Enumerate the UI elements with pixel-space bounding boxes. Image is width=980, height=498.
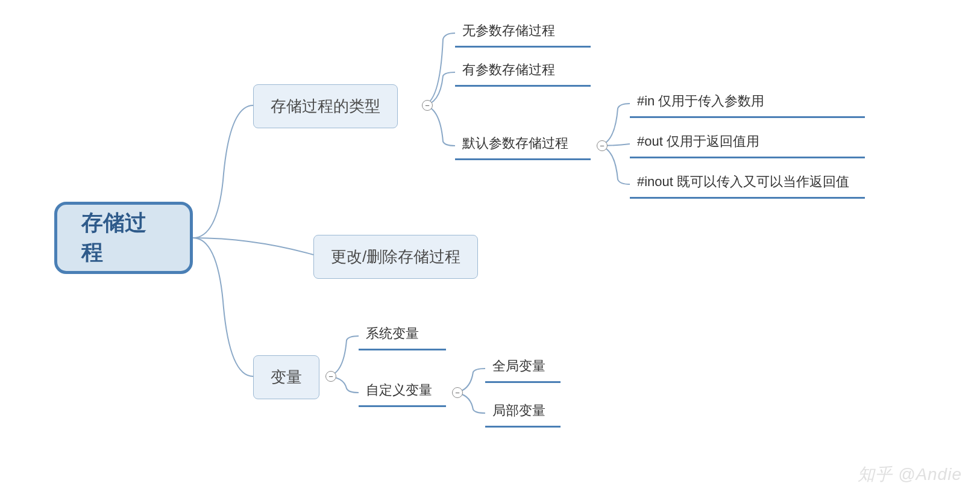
- leaf-no-param[interactable]: 无参数存储过程: [455, 18, 591, 48]
- leaf-out[interactable]: #out 仅用于返回值用: [630, 129, 865, 158]
- root-node[interactable]: 存储过程: [54, 202, 193, 274]
- branch-variables[interactable]: 变量: [253, 355, 319, 399]
- leaf-local-var[interactable]: 局部变量: [485, 398, 561, 428]
- branch-modify-delete[interactable]: 更改/删除存储过程: [313, 235, 478, 279]
- leaf-has-param[interactable]: 有参数存储过程: [455, 57, 591, 87]
- root-label: 存储过程: [81, 208, 166, 267]
- leaf-inout[interactable]: #inout 既可以传入又可以当作返回值: [630, 169, 865, 199]
- leaf-global-var[interactable]: 全局变量: [485, 353, 561, 383]
- leaf-default-param[interactable]: 默认参数存储过程: [455, 131, 591, 160]
- leaf-system-var[interactable]: 系统变量: [359, 321, 446, 350]
- leaf-custom-var[interactable]: 自定义变量: [359, 378, 446, 407]
- branch-var-label: 变量: [271, 367, 302, 388]
- leaf-in[interactable]: #in 仅用于传入参数用: [630, 89, 865, 118]
- watermark: 知乎 @Andie: [858, 463, 962, 486]
- branch-modify-label: 更改/删除存储过程: [331, 246, 460, 267]
- branch-types-label: 存储过程的类型: [271, 96, 380, 117]
- branch-types[interactable]: 存储过程的类型: [253, 84, 398, 128]
- collapse-default-param[interactable]: −: [597, 140, 608, 151]
- collapse-variables[interactable]: −: [325, 371, 336, 382]
- collapse-types[interactable]: −: [422, 100, 433, 111]
- collapse-custom-var[interactable]: −: [452, 387, 463, 398]
